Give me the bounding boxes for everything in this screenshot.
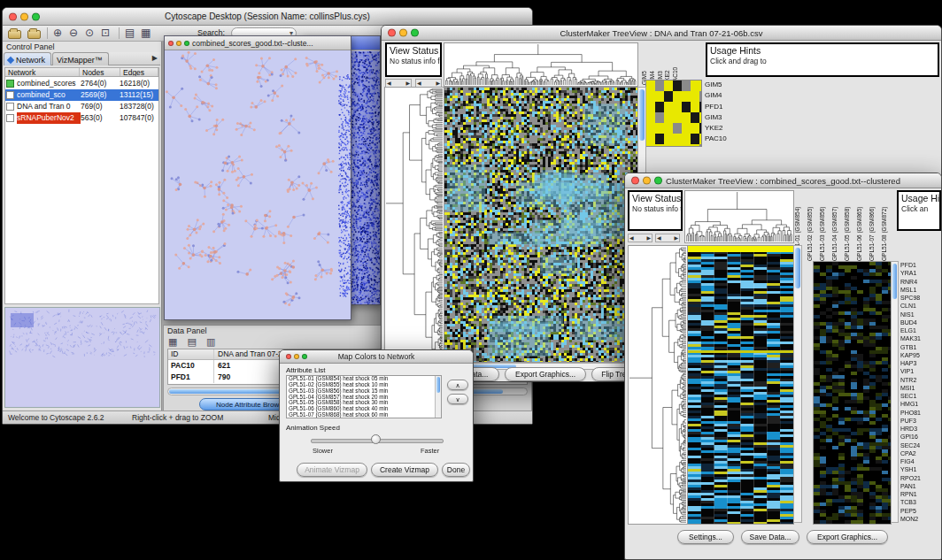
column-label[interactable]: GPL51-03 (GSM856) [819, 190, 831, 261]
attribute-list-item[interactable]: GPL51-07 (GSM868) heat shock 60 min [287, 412, 441, 418]
column-header-edges[interactable]: Edges [120, 68, 158, 76]
gene-label[interactable]: SPC98 [900, 294, 941, 302]
tab-network[interactable]: Network [4, 52, 51, 65]
minimize-icon[interactable] [176, 41, 181, 46]
animate-vizmap-button[interactable]: Animate Vizmap [297, 463, 367, 477]
save-data-button[interactable]: Save Data... [741, 530, 799, 544]
maximize-icon[interactable] [32, 12, 40, 20]
attribute-list-item[interactable]: GPL51-06 (GSM860) heat shock 40 min [287, 406, 441, 412]
save-session-icon[interactable] [27, 30, 41, 39]
row-dendrogram[interactable] [628, 245, 688, 525]
gene-label[interactable]: PAN1 [900, 482, 941, 490]
scroll-left-icon[interactable]: ◀ [629, 234, 634, 242]
network-canvas[interactable] [165, 51, 351, 319]
maximize-icon[interactable] [184, 41, 189, 46]
scroll-right-icon[interactable]: ▶ [436, 80, 440, 87]
column-dendrogram[interactable] [444, 42, 638, 87]
close-icon[interactable] [286, 354, 291, 359]
gene-label[interactable]: BUD4 [900, 318, 941, 326]
attribute-list-item[interactable]: GPL51-02 (GSM855) heat shock 10 min [287, 382, 441, 388]
scroll-right-icon[interactable]: ▶ [405, 80, 410, 87]
gene-label[interactable]: RNR4 [900, 278, 941, 286]
treeview-titlebar[interactable]: ClusterMaker TreeView : combined_scores_… [625, 173, 941, 188]
gene-label[interactable]: KAP95 [900, 351, 941, 359]
move-down-button[interactable]: ∨ [447, 394, 468, 404]
scrollbar-thumb[interactable] [795, 248, 800, 288]
secondary-vscrollbar[interactable] [891, 261, 899, 523]
gene-label[interactable]: TCB3 [900, 498, 941, 506]
mini-hscrollbar[interactable]: ◀ ▶ [628, 234, 652, 242]
export-graphics-button[interactable]: Export Graphics... [807, 530, 888, 544]
network-table-header[interactable]: Network Nodes Edges [4, 67, 159, 77]
column-label[interactable]: GPL51-07 (GSM866) [869, 190, 881, 261]
column-header-nodes[interactable]: Nodes [80, 68, 120, 76]
attribute-list-icon[interactable]: ▤ [187, 336, 199, 347]
heatmap-vscrollbar[interactable] [793, 245, 802, 523]
close-icon[interactable] [631, 177, 639, 185]
network-list-row[interactable]: DNA and Tran 0 769(0) 183728(0) [5, 101, 158, 112]
heatmap-canvas[interactable] [687, 245, 794, 525]
frame-titlebar[interactable]: combined_scores_good.txt--cluste... [165, 36, 351, 50]
scroll-left-icon[interactable]: ◀ [387, 80, 391, 87]
gene-label[interactable]: GPI16 [900, 433, 941, 441]
gene-label[interactable]: FIG4 [900, 457, 941, 465]
attribute-list-item[interactable]: GPL51-01 (GSM854) heat shock 05 min [287, 376, 441, 382]
table-icon[interactable]: ▦ [141, 27, 151, 39]
legend-heatmap[interactable] [645, 80, 702, 147]
animation-speed-slider[interactable] [311, 434, 444, 444]
done-button[interactable]: Done [442, 463, 470, 477]
create-vizmap-button[interactable]: Create Vizmap [371, 463, 438, 477]
maximize-icon[interactable] [302, 354, 307, 359]
settings-button[interactable]: Settings... [677, 530, 734, 544]
close-icon[interactable] [388, 29, 396, 37]
minimize-icon[interactable] [399, 29, 407, 37]
column-label[interactable]: GPL51-06 (GSM865) [856, 190, 869, 261]
gene-label[interactable]: YSH1 [900, 465, 941, 473]
gene-label[interactable]: SEC24 [900, 441, 941, 449]
column-label[interactable]: GIM4 [649, 42, 657, 85]
zoom-selected-icon[interactable]: ⊡ [101, 27, 110, 39]
cytoscape-titlebar[interactable]: Cytoscape Desktop (Session Name: collins… [3, 8, 532, 26]
tab-vizmapper[interactable]: VizMapper™ [52, 52, 109, 65]
secondary-heatmap-canvas[interactable] [813, 261, 892, 525]
gene-label[interactable]: VIP1 [900, 367, 941, 375]
column-label[interactable]: GPL51-08 (GSM872) [881, 190, 893, 261]
gene-label[interactable]: MSI1 [900, 384, 941, 392]
zoom-fit-icon[interactable]: ⊙ [85, 27, 94, 39]
maximize-icon[interactable] [654, 177, 662, 185]
gene-label[interactable]: PUF3 [900, 417, 941, 425]
dialog-titlebar[interactable]: Map Colors to Network [280, 350, 473, 364]
gene-label[interactable]: YRA1 [900, 269, 941, 277]
gene-label[interactable]: HAP3 [900, 359, 941, 367]
zoom-out-icon[interactable]: ⊖ [69, 27, 78, 39]
snapshot-icon[interactable]: ▤ [125, 27, 135, 39]
gene-label[interactable]: SEC1 [900, 392, 941, 400]
column-header-network[interactable]: Network [5, 68, 80, 76]
slider-thumb[interactable] [371, 434, 381, 444]
column-label[interactable]: GPL51-02 (GSM855) [807, 190, 819, 261]
column-label[interactable]: GPL51-05 (GSM858) [844, 190, 856, 261]
scrollbar-thumb[interactable] [639, 89, 645, 141]
scroll-left-icon[interactable]: ◀ [657, 234, 661, 242]
gene-label[interactable]: PHO81 [900, 409, 941, 417]
network-overview-panel[interactable] [4, 307, 160, 408]
attribute-list-item[interactable]: GPL51-04 (GSM857) heat shock 20 min [287, 395, 441, 401]
gene-label[interactable]: HRD3 [900, 425, 941, 433]
attribute-sheet-icon[interactable]: ▥ [206, 336, 219, 347]
row-dendrogram[interactable] [384, 87, 444, 363]
gene-label[interactable]: PFD1 [900, 261, 941, 269]
minimize-icon[interactable] [20, 12, 28, 20]
column-label[interactable]: YKE2 [664, 42, 672, 85]
maximize-icon[interactable] [411, 29, 419, 37]
attribute-select-icon[interactable]: ▦ [168, 336, 181, 347]
gene-label[interactable]: PEP5 [900, 507, 941, 515]
minimize-icon[interactable] [643, 177, 651, 185]
scroll-left-icon[interactable]: ◀ [417, 80, 421, 87]
gene-label[interactable]: GTB1 [900, 343, 941, 351]
mini-hscrollbar[interactable]: ◀ ▶ [655, 234, 680, 242]
network-list-row[interactable]: sRNAPuberNov2 563(0) 107847(0) [5, 112, 158, 124]
scroll-right-icon[interactable]: ▶ [646, 234, 651, 242]
minimize-icon[interactable] [294, 354, 299, 359]
gene-label[interactable]: MAK31 [900, 334, 941, 342]
scrollbar-thumb[interactable] [892, 264, 897, 299]
